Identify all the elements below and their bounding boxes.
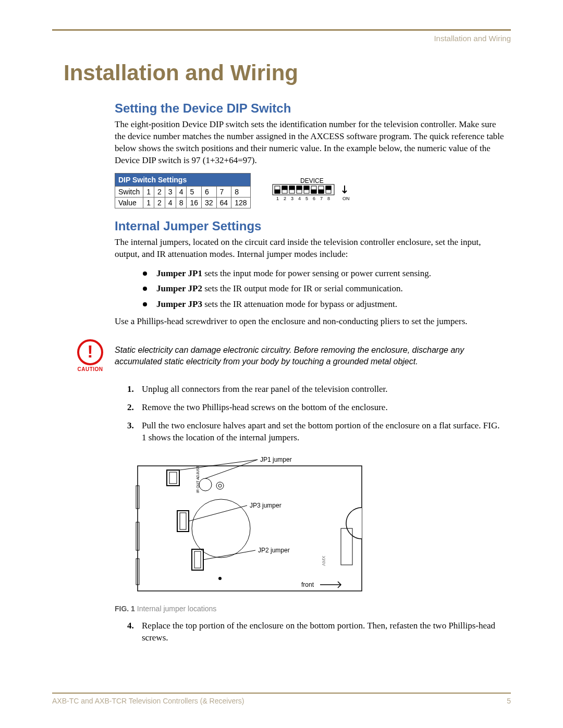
- section-heading-dip: Setting the Device DIP Switch: [115, 101, 506, 116]
- section-heading-jumper: Internal Jumper Settings: [115, 219, 506, 233]
- svg-text:IR OUT ADJUST: IR OUT ADJUST: [196, 465, 200, 493]
- section1-para: The eight-position Device DIP switch set…: [115, 119, 506, 167]
- jumper-bullet-list: Jumper JP1 sets the input mode for power…: [115, 267, 506, 311]
- svg-point-32: [199, 478, 212, 491]
- dip-table-switch-row: Switch 1 2 3 4 5 6 7 8: [115, 186, 251, 197]
- front-label: front: [301, 581, 314, 588]
- page-footer: AXB-TC and AXB-TCR Television Controller…: [52, 693, 511, 705]
- svg-rect-14: [319, 190, 324, 193]
- svg-line-44: [179, 460, 258, 470]
- footer-page-number: 5: [507, 697, 511, 705]
- svg-point-42: [218, 577, 222, 580]
- dip-table-title: DIP Switch Settings: [115, 173, 251, 186]
- dip-device-label: DEVICE: [300, 178, 324, 184]
- bullet-jp3: Jumper JP3 sets the IR attenuation mode …: [143, 298, 506, 311]
- page-title: Installation and Wiring: [64, 60, 511, 85]
- svg-text:AMX: AMX: [321, 556, 326, 566]
- bullet-jp1: Jumper JP1 sets the input mode for power…: [143, 267, 506, 280]
- svg-rect-4: [282, 186, 287, 190]
- dip-switch-table: DIP Switch Settings Switch 1 2 3 4 5 6 7…: [115, 173, 251, 208]
- svg-line-46: [189, 505, 247, 521]
- svg-rect-2: [275, 190, 280, 193]
- svg-rect-10: [304, 186, 309, 190]
- caution-icon: ! CAUTION: [76, 339, 104, 372]
- svg-text:2: 2: [284, 196, 286, 201]
- bullet-jp2: Jumper JP2 sets the IR output mode for I…: [143, 282, 506, 295]
- svg-rect-16: [326, 186, 331, 190]
- dip-switch-diagram: DEVICE 1 2: [272, 178, 355, 203]
- svg-rect-40: [194, 551, 201, 568]
- footer-doc-title: AXB-TC and AXB-TCR Television Controller…: [52, 697, 244, 705]
- svg-text:8: 8: [327, 196, 330, 201]
- svg-text:1: 1: [276, 196, 279, 201]
- steps-list-1: Unplug all connectors from the rear pane…: [115, 384, 506, 444]
- svg-rect-36: [177, 511, 189, 532]
- svg-rect-31: [169, 472, 177, 484]
- figure-caption: FIG. 1 Internal jumper locations: [115, 604, 506, 613]
- svg-rect-8: [297, 186, 302, 190]
- top-rule: [52, 29, 511, 31]
- svg-rect-12: [311, 190, 316, 193]
- svg-line-47: [203, 550, 255, 560]
- svg-rect-39: [192, 549, 203, 570]
- svg-rect-26: [138, 466, 362, 591]
- caution-label: CAUTION: [76, 366, 104, 372]
- svg-text:5: 5: [305, 196, 308, 201]
- figure-1: IR OUT ADJUST AMX JP1 jumper: [127, 450, 506, 601]
- steps-list-2: Replace the top portion of the enclosure…: [115, 620, 506, 644]
- exclamation-icon: !: [77, 339, 103, 365]
- svg-rect-6: [289, 186, 295, 190]
- jp1-label: JP1 jumper: [260, 456, 292, 463]
- svg-text:4: 4: [298, 196, 301, 201]
- step-4: Replace the top portion of the enclosure…: [127, 620, 506, 644]
- caution-text: Static electricity can damage electronic…: [115, 344, 506, 367]
- svg-text:7: 7: [320, 196, 323, 201]
- running-head: Installation and Wiring: [52, 34, 511, 43]
- jp3-label: JP3 jumper: [250, 502, 282, 509]
- step-3: Pull the two enclosure halves apart and …: [127, 420, 506, 444]
- svg-point-35: [218, 484, 222, 487]
- after-bullets: Use a Phillips-head screwdriver to open …: [115, 316, 506, 328]
- svg-point-34: [216, 482, 224, 489]
- svg-line-45: [205, 460, 258, 478]
- dip-table-value-row: Value 1 2 4 8 16 32 64 128: [115, 197, 251, 208]
- footer-rule: [52, 693, 511, 694]
- svg-text:6: 6: [313, 196, 315, 201]
- step-1: Unplug all connectors from the rear pane…: [127, 384, 506, 396]
- step-2: Remove the two Phillips-head screws on t…: [127, 402, 506, 414]
- svg-text:ON: ON: [342, 196, 350, 201]
- caution-block: ! CAUTION Static electricity can damage …: [76, 339, 506, 372]
- svg-rect-37: [180, 513, 186, 529]
- svg-text:3: 3: [291, 196, 293, 201]
- section2-intro: The internal jumpers, located on the cir…: [115, 237, 506, 261]
- jp2-label: JP2 jumper: [258, 547, 290, 554]
